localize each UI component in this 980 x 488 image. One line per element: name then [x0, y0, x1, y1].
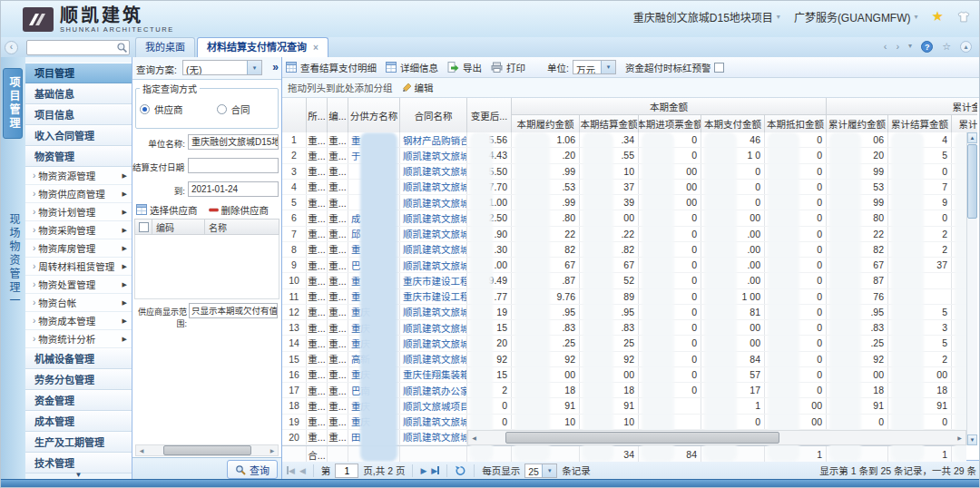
sidebar-item[interactable]: ›物资成本管理▶ — [25, 312, 132, 330]
scroll-left-icon[interactable]: ◀ — [468, 434, 480, 441]
sidebar-item[interactable]: 项目管理 — [25, 63, 132, 83]
select-supplier-button[interactable]: 选择供应商 — [136, 203, 198, 217]
query-button[interactable]: 查询 — [227, 460, 278, 479]
column-header-contract[interactable]: 合同名称 — [400, 98, 467, 132]
vertical-tab-project-management[interactable]: 项目管理 — [3, 68, 23, 139]
expand-panel-icon[interactable]: » — [272, 61, 279, 73]
sidebar-item[interactable]: ›物资台帐▶ — [25, 294, 132, 312]
contract-radio[interactable] — [217, 104, 227, 114]
contract-link[interactable]: 顺凯建筑文旅城... — [400, 258, 467, 272]
contract-link[interactable]: 重庆佳翔集装箱... — [400, 367, 467, 382]
first-page-icon[interactable]: ◀ — [287, 466, 295, 475]
vertical-tab-site-material-management[interactable]: 现场物资管理一 — [4, 210, 22, 312]
column-header-bian[interactable]: 编... — [328, 98, 348, 132]
date-to-field[interactable]: 2021-01-24 — [188, 181, 279, 197]
search-input[interactable] — [29, 41, 116, 54]
search-icon[interactable] — [116, 42, 128, 54]
sidebar-item[interactable]: 收入合同管理 — [25, 125, 132, 146]
scroll-up-icon[interactable]: ▲ — [967, 132, 977, 143]
column-header-cur_invoice[interactable]: 本期进项票金额 — [639, 114, 701, 132]
column-header-cum_settle[interactable]: 累计结算金额 — [888, 114, 952, 132]
sidebar-item[interactable]: 基础信息 — [25, 83, 132, 104]
scroll-down-icon[interactable]: ▼ — [967, 434, 977, 445]
export-button[interactable]: 导出 — [447, 61, 482, 74]
contract-link[interactable]: 顺凯建筑文旅城... — [400, 336, 467, 350]
contract-link[interactable]: 顺凯建筑文旅城... — [400, 352, 467, 366]
view-settlement-detail-button[interactable]: 查看结算支付明细 — [286, 61, 377, 74]
overpay-warning-checkbox[interactable] — [714, 63, 724, 73]
unit-name-field[interactable]: 重庆融创文旅城D15地块 — [188, 134, 279, 150]
column-header-cum_perf[interactable]: 累计履约金额 — [827, 114, 888, 132]
scroll-right-icon[interactable]: ▶ — [954, 434, 965, 441]
scrollbar-thumb[interactable] — [163, 445, 251, 455]
column-header-cur_deduct[interactable]: 本期抵扣金额 — [765, 114, 827, 132]
sidebar-item[interactable]: ›物资处置管理▶ — [25, 276, 132, 294]
sidebar-scroll-down-icon[interactable]: ▼ — [25, 471, 132, 479]
contract-link[interactable]: 顺凯建筑文旅城... — [400, 430, 467, 444]
sidebar-item[interactable]: ›物资库房管理▶ — [25, 239, 132, 258]
prev-page-icon[interactable]: ◀ — [299, 466, 306, 475]
vertical-scrollbar[interactable]: ▲ ▼ — [966, 132, 977, 445]
sidebar-item[interactable]: 物资管理 — [25, 146, 132, 167]
sidebar-item[interactable]: ›物资计划管理▶ — [25, 203, 132, 221]
sidebar-item[interactable]: 机械设备管理 — [25, 348, 132, 369]
sidebar-item[interactable]: ›周转材料租赁管理▶ — [25, 258, 132, 276]
close-icon[interactable]: × — [313, 38, 318, 57]
theme-shirt-icon[interactable] — [957, 11, 970, 23]
mini-col-code[interactable]: 编码 — [152, 219, 205, 235]
contract-link[interactable]: 重庆市建设工程... — [400, 289, 467, 304]
tab-scroll-right-icon[interactable]: › — [896, 40, 899, 53]
contract-link[interactable]: 顺凯建筑文旅城... — [400, 227, 467, 241]
edit-button[interactable]: 编辑 — [402, 81, 434, 94]
query-horizontal-scrollbar[interactable]: ◀ ▶ — [135, 444, 279, 456]
sidebar-item[interactable]: 生产及工期管理 — [25, 432, 132, 453]
next-page-icon[interactable]: ▶ — [420, 466, 426, 475]
contract-link[interactable]: 顺凯建筑文旅城... — [400, 148, 467, 162]
sidebar-item[interactable]: 资金管理 — [25, 390, 132, 411]
help-icon[interactable]: ? — [921, 41, 933, 53]
favorite-outline-icon[interactable]: ☆ — [942, 40, 951, 53]
contract-link[interactable]: 顺凯建筑文旅城... — [400, 210, 467, 225]
scheme-select[interactable]: (无) ▾ — [182, 60, 262, 75]
collapse-up-icon[interactable]: ▴ — [960, 41, 972, 53]
scroll-left-icon[interactable]: ◀ — [136, 447, 147, 454]
collapse-left-icon[interactable]: ‹ — [5, 41, 18, 54]
column-header-supplier[interactable]: 分供方名称 — [348, 98, 400, 132]
column-header-cur_settle[interactable]: 本期结算金额 — [580, 114, 639, 132]
scrollbar-thumb[interactable] — [505, 432, 779, 444]
contract-link[interactable]: 顺凯建筑文旅城... — [400, 320, 467, 335]
tab-scroll-left-icon[interactable]: ‹ — [884, 40, 887, 53]
mini-col-name[interactable]: 名称 — [205, 219, 279, 235]
last-page-icon[interactable]: ▶ — [431, 466, 439, 475]
tab-list-icon[interactable]: ▾ — [908, 40, 912, 53]
sidebar-item[interactable]: 项目信息 — [25, 104, 132, 125]
contract-link[interactable]: 顺凯建筑文旅城... — [400, 180, 467, 194]
column-header-suo[interactable]: 所... — [307, 98, 328, 132]
project-selector[interactable]: 重庆融创文旅城D15地块项目 ▾ — [633, 9, 780, 24]
display-range-field[interactable]: 只显示本期或欠付有值 — [189, 303, 278, 318]
contract-link[interactable]: 顺凯建筑文旅城... — [400, 164, 467, 179]
sidebar-item[interactable]: ›物资资源管理▶ — [25, 167, 132, 185]
contract-link[interactable]: 顺凯建筑文旅城... — [400, 305, 467, 319]
column-header-cur_perf[interactable]: 本期履约金额 — [512, 114, 580, 132]
scroll-right-icon[interactable]: ▶ — [267, 447, 278, 454]
contract-link[interactable]: 顺凯文旅城项目... — [400, 398, 467, 413]
page-input[interactable] — [335, 464, 358, 478]
delete-supplier-button[interactable]: 删除供应商 — [209, 203, 270, 217]
per-page-select[interactable]: 25 ▾ — [524, 464, 557, 478]
contract-link[interactable]: 顺凯建筑办公家... — [400, 383, 467, 397]
column-header-cum_more[interactable]: 累计... — [952, 114, 977, 132]
scrollbar-thumb[interactable] — [967, 144, 977, 219]
horizontal-scrollbar[interactable]: ◀ ▶ — [467, 430, 966, 445]
settle-date-field[interactable] — [188, 158, 279, 173]
contract-link[interactable]: 顺凯建筑文旅城... — [400, 195, 467, 210]
select-all-checkbox[interactable] — [139, 222, 149, 232]
sidebar-item[interactable]: ›物资采购管理▶ — [25, 221, 132, 239]
tab-material-settlement-query[interactable]: 材料结算支付情况查询 × — [197, 37, 328, 57]
group-drop-zone[interactable]: 拖动列头到此处添加分组 编辑 — [282, 78, 980, 98]
sidebar-item[interactable]: ›物资供应商管理▶ — [25, 185, 132, 203]
supplier-radio[interactable] — [140, 104, 150, 114]
favorite-star-icon[interactable]: ★ — [932, 8, 944, 24]
contract-link[interactable]: 钢材产品购销合同 — [400, 132, 467, 147]
refresh-icon[interactable] — [455, 465, 466, 476]
